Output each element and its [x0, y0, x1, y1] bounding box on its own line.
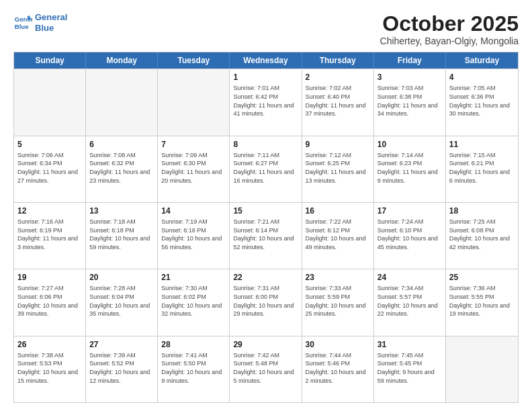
subtitle: Chihertey, Bayan-Olgiy, Mongolia	[380, 36, 519, 46]
cal-cell: 18Sunrise: 7:25 AM Sunset: 6:08 PM Dayli…	[446, 203, 518, 269]
page: General Blue General Blue October 2025 C…	[0, 0, 532, 411]
day-info: Sunrise: 7:11 AM Sunset: 6:27 PM Dayligh…	[233, 151, 298, 185]
week-row-1: 5Sunrise: 7:06 AM Sunset: 6:34 PM Daylig…	[14, 136, 518, 202]
day-info: Sunrise: 7:25 AM Sunset: 6:08 PM Dayligh…	[449, 218, 515, 251]
day-info: Sunrise: 7:14 AM Sunset: 6:23 PM Dayligh…	[378, 151, 442, 185]
day-info: Sunrise: 7:41 AM Sunset: 5:50 PM Dayligh…	[161, 351, 226, 385]
cal-cell: 29Sunrise: 7:42 AM Sunset: 5:48 PM Dayli…	[230, 336, 302, 402]
svg-text:Blue: Blue	[15, 22, 29, 30]
day-info: Sunrise: 7:21 AM Sunset: 6:14 PM Dayligh…	[233, 218, 298, 251]
day-info: Sunrise: 7:08 AM Sunset: 6:32 PM Dayligh…	[89, 151, 154, 185]
day-info: Sunrise: 7:30 AM Sunset: 6:02 PM Dayligh…	[161, 284, 226, 318]
day-info: Sunrise: 7:31 AM Sunset: 6:00 PM Dayligh…	[233, 284, 298, 318]
cal-cell: 3Sunrise: 7:03 AM Sunset: 6:38 PM Daylig…	[374, 69, 446, 135]
cal-cell: 9Sunrise: 7:12 AM Sunset: 6:25 PM Daylig…	[302, 136, 374, 202]
day-number: 13	[89, 205, 154, 216]
day-info: Sunrise: 7:02 AM Sunset: 6:40 PM Dayligh…	[306, 84, 370, 118]
day-info: Sunrise: 7:44 AM Sunset: 5:46 PM Dayligh…	[306, 351, 370, 385]
day-info: Sunrise: 7:36 AM Sunset: 5:55 PM Dayligh…	[449, 284, 515, 318]
day-number: 5	[17, 139, 82, 150]
day-number: 30	[306, 339, 370, 350]
day-info: Sunrise: 7:09 AM Sunset: 6:30 PM Dayligh…	[161, 151, 226, 185]
day-number: 29	[233, 339, 298, 350]
cal-cell	[14, 69, 86, 135]
cal-cell: 4Sunrise: 7:05 AM Sunset: 6:36 PM Daylig…	[446, 69, 518, 135]
main-title: October 2025	[380, 12, 519, 36]
cal-cell: 11Sunrise: 7:15 AM Sunset: 6:21 PM Dayli…	[446, 136, 518, 202]
day-number: 22	[233, 272, 298, 283]
cal-cell: 16Sunrise: 7:22 AM Sunset: 6:12 PM Dayli…	[302, 203, 374, 269]
day-number: 25	[449, 272, 515, 283]
day-header-sunday: Sunday	[14, 52, 86, 68]
day-info: Sunrise: 7:34 AM Sunset: 5:57 PM Dayligh…	[378, 284, 442, 318]
day-header-tuesday: Tuesday	[158, 52, 230, 68]
cal-cell: 10Sunrise: 7:14 AM Sunset: 6:23 PM Dayli…	[374, 136, 446, 202]
day-info: Sunrise: 7:42 AM Sunset: 5:48 PM Dayligh…	[233, 351, 298, 385]
day-number: 6	[89, 139, 154, 150]
day-info: Sunrise: 7:18 AM Sunset: 6:18 PM Dayligh…	[89, 218, 154, 251]
day-info: Sunrise: 7:45 AM Sunset: 5:45 PM Dayligh…	[378, 351, 442, 385]
day-number: 26	[17, 339, 82, 350]
cal-cell: 25Sunrise: 7:36 AM Sunset: 5:55 PM Dayli…	[446, 269, 518, 335]
logo-line2: Blue	[35, 23, 67, 34]
cal-cell: 27Sunrise: 7:39 AM Sunset: 5:52 PM Dayli…	[86, 336, 158, 402]
day-number: 1	[233, 72, 298, 83]
cal-cell: 30Sunrise: 7:44 AM Sunset: 5:46 PM Dayli…	[302, 336, 374, 402]
day-number: 23	[306, 272, 370, 283]
day-number: 9	[306, 139, 370, 150]
cal-cell: 24Sunrise: 7:34 AM Sunset: 5:57 PM Dayli…	[374, 269, 446, 335]
logo: General Blue General Blue	[13, 12, 67, 33]
day-number: 3	[378, 72, 442, 83]
day-number: 10	[378, 139, 442, 150]
cal-cell	[158, 69, 230, 135]
day-number: 12	[17, 205, 82, 216]
week-row-0: 1Sunrise: 7:01 AM Sunset: 6:42 PM Daylig…	[14, 68, 518, 135]
header: General Blue General Blue October 2025 C…	[13, 12, 519, 46]
day-info: Sunrise: 7:05 AM Sunset: 6:36 PM Dayligh…	[449, 84, 515, 118]
cal-cell: 7Sunrise: 7:09 AM Sunset: 6:30 PM Daylig…	[158, 136, 230, 202]
day-number: 8	[233, 139, 298, 150]
cal-cell: 21Sunrise: 7:30 AM Sunset: 6:02 PM Dayli…	[158, 269, 230, 335]
cal-cell: 19Sunrise: 7:27 AM Sunset: 6:06 PM Dayli…	[14, 269, 86, 335]
cal-cell: 23Sunrise: 7:33 AM Sunset: 5:59 PM Dayli…	[302, 269, 374, 335]
calendar-body: 1Sunrise: 7:01 AM Sunset: 6:42 PM Daylig…	[14, 68, 518, 402]
cal-cell: 26Sunrise: 7:38 AM Sunset: 5:53 PM Dayli…	[14, 336, 86, 402]
day-number: 24	[378, 272, 442, 283]
cal-cell	[86, 69, 158, 135]
day-info: Sunrise: 7:03 AM Sunset: 6:38 PM Dayligh…	[378, 84, 442, 118]
day-number: 2	[306, 72, 370, 83]
cal-cell: 8Sunrise: 7:11 AM Sunset: 6:27 PM Daylig…	[230, 136, 302, 202]
calendar: SundayMondayTuesdayWednesdayThursdayFrid…	[13, 52, 519, 403]
day-info: Sunrise: 7:33 AM Sunset: 5:59 PM Dayligh…	[306, 284, 370, 318]
week-row-3: 19Sunrise: 7:27 AM Sunset: 6:06 PM Dayli…	[14, 269, 518, 335]
cal-cell: 22Sunrise: 7:31 AM Sunset: 6:00 PM Dayli…	[230, 269, 302, 335]
day-info: Sunrise: 7:27 AM Sunset: 6:06 PM Dayligh…	[17, 284, 82, 318]
week-row-2: 12Sunrise: 7:16 AM Sunset: 6:19 PM Dayli…	[14, 202, 518, 269]
day-number: 16	[306, 205, 370, 216]
day-number: 21	[161, 272, 226, 283]
day-info: Sunrise: 7:01 AM Sunset: 6:42 PM Dayligh…	[233, 84, 298, 118]
day-info: Sunrise: 7:15 AM Sunset: 6:21 PM Dayligh…	[449, 151, 515, 185]
week-row-4: 26Sunrise: 7:38 AM Sunset: 5:53 PM Dayli…	[14, 336, 518, 402]
day-info: Sunrise: 7:19 AM Sunset: 6:16 PM Dayligh…	[161, 218, 226, 251]
day-info: Sunrise: 7:22 AM Sunset: 6:12 PM Dayligh…	[306, 218, 370, 251]
cal-cell: 14Sunrise: 7:19 AM Sunset: 6:16 PM Dayli…	[158, 203, 230, 269]
day-number: 18	[449, 205, 515, 216]
day-number: 28	[161, 339, 226, 350]
day-info: Sunrise: 7:16 AM Sunset: 6:19 PM Dayligh…	[17, 218, 82, 251]
day-number: 14	[161, 205, 226, 216]
cal-cell: 20Sunrise: 7:28 AM Sunset: 6:04 PM Dayli…	[86, 269, 158, 335]
logo-line1: General	[35, 12, 67, 23]
day-number: 27	[89, 339, 154, 350]
day-number: 4	[449, 72, 515, 83]
cal-cell: 12Sunrise: 7:16 AM Sunset: 6:19 PM Dayli…	[14, 203, 86, 269]
cal-cell	[446, 336, 518, 402]
day-number: 7	[161, 139, 226, 150]
cal-cell: 1Sunrise: 7:01 AM Sunset: 6:42 PM Daylig…	[230, 69, 302, 135]
day-number: 17	[378, 205, 442, 216]
day-header-wednesday: Wednesday	[230, 52, 302, 68]
day-number: 19	[17, 272, 82, 283]
day-number: 31	[378, 339, 442, 350]
cal-cell: 15Sunrise: 7:21 AM Sunset: 6:14 PM Dayli…	[230, 203, 302, 269]
day-header-monday: Monday	[86, 52, 158, 68]
